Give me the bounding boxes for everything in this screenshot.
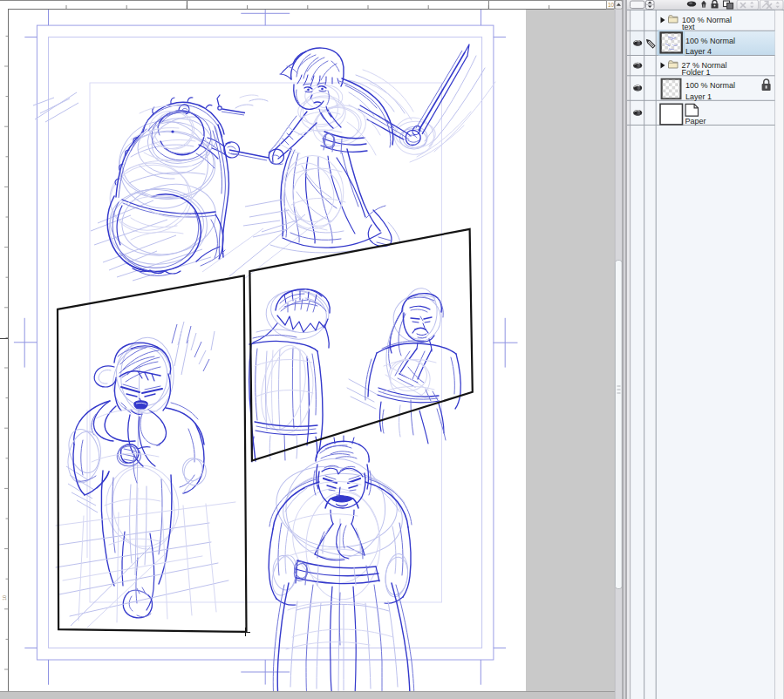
svg-text:Layer 4: Layer 4 (685, 47, 712, 56)
svg-text:text: text (682, 23, 695, 31)
svg-text:100 % Normal: 100 % Normal (685, 81, 735, 90)
svg-text:Layer 1: Layer 1 (685, 92, 712, 101)
svg-text:Folder 1: Folder 1 (682, 68, 711, 77)
svg-text:100 % Normal: 100 % Normal (685, 37, 735, 45)
svg-text:Paper: Paper (685, 117, 706, 126)
svg-text:10: 10 (2, 595, 7, 601)
svg-text:10: 10 (608, 2, 615, 8)
